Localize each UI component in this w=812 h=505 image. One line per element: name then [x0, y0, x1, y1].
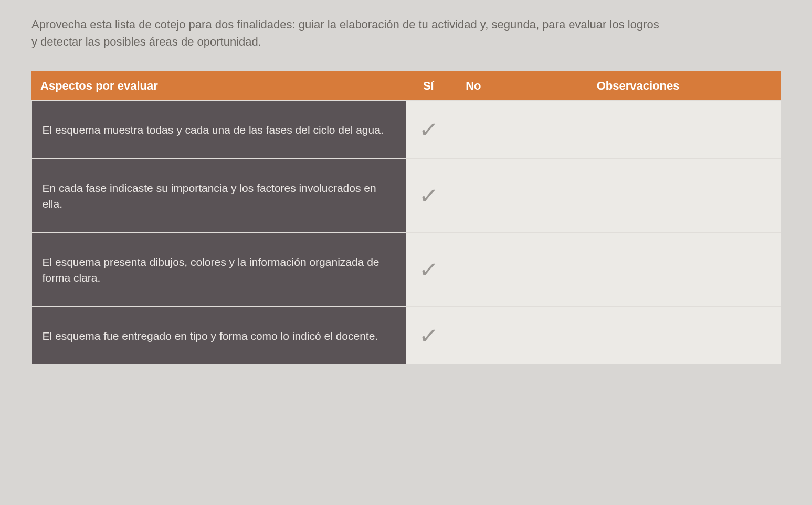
header-si: Sí [406, 72, 451, 101]
si-cell: ✓ [406, 101, 451, 159]
obs-cell [496, 307, 781, 364]
si-cell: ✓ [406, 307, 451, 364]
checkmark-icon: ✓ [418, 116, 439, 144]
aspect-cell: El esquema fue entregado en tipo y forma… [32, 307, 406, 364]
checkmark-icon: ✓ [418, 322, 439, 350]
obs-cell [496, 159, 781, 233]
si-cell: ✓ [406, 159, 451, 233]
table-row: En cada fase indicaste su importancia y … [32, 159, 781, 233]
aspect-cell: En cada fase indicaste su importancia y … [32, 159, 406, 233]
rubric-table: Aspectos por evaluar Sí No Observaciones… [31, 71, 781, 364]
obs-cell [496, 233, 781, 307]
no-cell [451, 307, 496, 364]
checkmark-icon: ✓ [418, 256, 439, 284]
si-cell: ✓ [406, 233, 451, 307]
no-cell [451, 101, 496, 159]
header-aspect: Aspectos por evaluar [32, 72, 406, 101]
header-no: No [451, 72, 496, 101]
header-observaciones: Observaciones [496, 72, 781, 101]
no-cell [451, 233, 496, 307]
table-row: El esquema muestra todas y cada una de l… [32, 101, 781, 159]
obs-cell [496, 101, 781, 159]
table-row: El esquema presenta dibujos, colores y l… [32, 233, 781, 307]
table-header-row: Aspectos por evaluar Sí No Observaciones [32, 72, 781, 101]
aspect-cell: El esquema presenta dibujos, colores y l… [32, 233, 406, 307]
table-row: El esquema fue entregado en tipo y forma… [32, 307, 781, 364]
aspect-cell: El esquema muestra todas y cada una de l… [32, 101, 406, 159]
checkmark-icon: ✓ [418, 182, 439, 210]
no-cell [451, 159, 496, 233]
instruction-text: Aprovecha esta lista de cotejo para dos … [31, 16, 661, 50]
